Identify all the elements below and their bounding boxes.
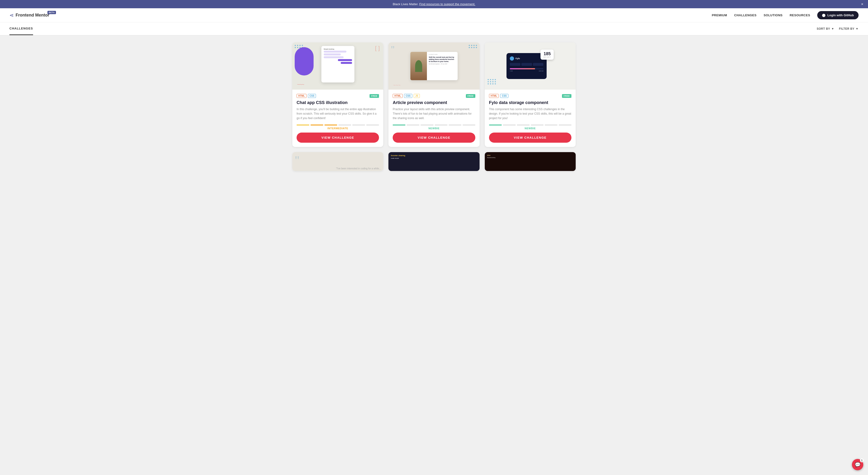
- nav-link-solutions[interactable]: SOLUTIONS: [764, 13, 782, 17]
- article-content-side: FURNITURE Shift the overall look and fee…: [427, 52, 458, 80]
- difficulty-bar-a3: [421, 125, 433, 126]
- tag-js: JS: [414, 94, 420, 98]
- card-body-fylo: HTML CSS FREE Fylo data storage componen…: [485, 90, 576, 147]
- sort-by-button[interactable]: SORT BY ▼: [817, 27, 834, 30]
- challenge-card-fylo: Fylo 0 GB: [485, 42, 576, 147]
- difficulty-bar-1: [297, 125, 309, 126]
- free-badge-2: FREE: [466, 94, 475, 98]
- tag-html: HTML: [297, 94, 307, 98]
- challenge-card-chat-app: [ ] Simple booking: [292, 42, 383, 147]
- nav-link-resources[interactable]: RESOURCES: [789, 13, 810, 17]
- tag-css-3: CSS: [500, 94, 508, 98]
- card-body-chat-app: HTML CSS FREE Chat app CSS illustration …: [292, 90, 383, 147]
- difficulty-bar-f2: [503, 125, 516, 126]
- difficulty-bar-2: [311, 125, 323, 126]
- card-tags-article-preview: HTML CSS JS FREE: [393, 94, 475, 98]
- view-challenge-button-fylo[interactable]: VIEW CHALLENGE: [489, 133, 571, 143]
- nav-link-premium[interactable]: PREMIUM: [712, 13, 727, 17]
- logo[interactable]: ⋖ Frontend Mentor BETA: [9, 12, 49, 19]
- sub-header-controls: SORT BY ▼ FILTER BY ▼: [817, 27, 859, 30]
- difficulty-bar-3: [324, 125, 337, 126]
- card-preview-text: "I've been interested in coding for a wh…: [336, 167, 381, 170]
- tag-css: CSS: [308, 94, 316, 98]
- tag-css-2: CSS: [404, 94, 412, 98]
- chevron-down-icon: ▼: [831, 27, 834, 30]
- challenges-grid: [ ] Simple booking: [292, 42, 576, 171]
- logo-text: Frontend Mentor BETA: [16, 13, 49, 18]
- fylo-mockup: Fylo 0 GB: [506, 48, 554, 84]
- bracket-decoration: [ ]: [375, 45, 380, 52]
- view-challenge-button-chat-app[interactable]: VIEW CHALLENGE: [297, 133, 379, 143]
- dots-decoration-article: [469, 45, 477, 48]
- filter-by-button[interactable]: FILTER BY ▼: [839, 27, 859, 30]
- nav-links: PREMIUM CHALLENGES SOLUTIONS RESOURCES ⬤…: [712, 11, 859, 19]
- navbar: ⋖ Frontend Mentor BETA PREMIUM CHALLENGE…: [0, 8, 868, 23]
- announcement-banner: Black Lives Matter. Find resources to su…: [0, 0, 868, 8]
- sub-header: CHALLENGES SORT BY ▼ FILTER BY ▼: [0, 23, 868, 35]
- difficulty-bar-a4: [435, 125, 447, 126]
- technology-tags-article: HTML CSS JS: [393, 94, 420, 98]
- difficulty-bar-a1: [393, 125, 405, 126]
- partial-card-1: " "I've been interested in coding for a …: [292, 152, 383, 171]
- banner-link[interactable]: Find resources to support the movement.: [420, 2, 475, 6]
- banner-text: Black Lives Matter. Find resources to su…: [393, 2, 475, 6]
- phone-mockup: Simple booking: [321, 46, 354, 82]
- difficulty-bar-f6: [559, 125, 571, 126]
- nav-link-challenges[interactable]: CHALLENGES: [734, 13, 756, 17]
- difficulty-indicator-fylo: NEWBIE: [489, 125, 571, 130]
- view-challenge-button-article-preview[interactable]: VIEW CHALLENGE: [393, 133, 475, 143]
- dine-preview: dine Exquisite dining: [485, 152, 576, 161]
- card-title-article-preview: Article preview component: [393, 100, 475, 105]
- difficulty-bar-a2: [407, 125, 420, 126]
- card-body-article-preview: HTML CSS JS FREE Article preview compone…: [389, 90, 479, 147]
- beta-badge: BETA: [48, 11, 56, 14]
- difficulty-label-article-preview: NEWBIE: [393, 127, 475, 130]
- card-image-chat-app: [ ] Simple booking: [292, 42, 383, 90]
- technology-tags: HTML CSS: [297, 94, 316, 98]
- article-preview-mockup: FURNITURE Shift the overall look and fee…: [410, 52, 458, 80]
- tag-html-2: HTML: [393, 94, 403, 98]
- banner-close-button[interactable]: ×: [861, 2, 863, 6]
- challenge-card-article-preview: " FURNITURE Shift the overall look and f…: [389, 42, 479, 147]
- card-image-fylo: Fylo 0 GB: [485, 42, 576, 90]
- difficulty-bar-f1: [489, 125, 502, 126]
- difficulty-bar-5: [352, 125, 365, 126]
- free-badge: FREE: [370, 94, 379, 98]
- card-title-fylo: Fylo data storage component: [489, 100, 571, 105]
- dots-decoration-fylo: [488, 79, 496, 84]
- difficulty-bar-4: [338, 125, 351, 126]
- chevron-down-icon-2: ▼: [856, 27, 859, 30]
- difficulty-bar-f3: [517, 125, 530, 126]
- card-image-article-preview: " FURNITURE Shift the overall look and f…: [389, 42, 479, 90]
- card-description-chat-app: In this challenge, you'll be building ou…: [297, 107, 379, 121]
- difficulty-bar-f5: [545, 125, 557, 126]
- card-title-chat-app: Chat app CSS illustration: [297, 100, 379, 105]
- partial-card-3: dine Exquisite dining: [485, 152, 576, 171]
- free-badge-3: FREE: [562, 94, 571, 98]
- wavy-decoration: ~~~: [297, 82, 304, 87]
- github-icon: ⬤: [822, 13, 826, 17]
- difficulty-bar-a6: [463, 125, 475, 126]
- card-tags-fylo: HTML CSS FREE: [489, 94, 571, 98]
- difficulty-indicator-chat-app: INTERMEDIATE: [297, 125, 379, 130]
- difficulty-bar-f4: [531, 125, 544, 126]
- quote-deco-bottom: ": [295, 153, 300, 167]
- wavy-decoration-article: ~~~: [393, 83, 401, 88]
- difficulty-bar-a5: [448, 125, 461, 126]
- card-description-article-preview: Practice your layout skills with this ar…: [393, 107, 475, 121]
- logo-icon: ⋖: [9, 12, 14, 19]
- tag-html-3: HTML: [489, 94, 499, 98]
- difficulty-label-fylo: NEWBIE: [489, 127, 571, 130]
- technology-tags-fylo: HTML CSS: [489, 94, 508, 98]
- difficulty-bar-6: [366, 125, 379, 126]
- login-button[interactable]: ⬤ Login with GitHub: [817, 11, 859, 19]
- quote-decoration: ": [391, 44, 395, 55]
- card-description-fylo: This component has some interesting CSS …: [489, 107, 571, 121]
- main-content: [ ] Simple booking: [0, 35, 868, 178]
- card-tags-chat-app: HTML CSS FREE: [297, 94, 379, 98]
- sub-header-title: CHALLENGES: [9, 23, 33, 35]
- scooter-preview: Scooter sharing made simple: [389, 152, 479, 161]
- partial-card-2: Scooter sharing made simple: [389, 152, 479, 171]
- difficulty-indicator-article-preview: NEWBIE: [393, 125, 475, 130]
- difficulty-label-chat-app: INTERMEDIATE: [297, 127, 379, 130]
